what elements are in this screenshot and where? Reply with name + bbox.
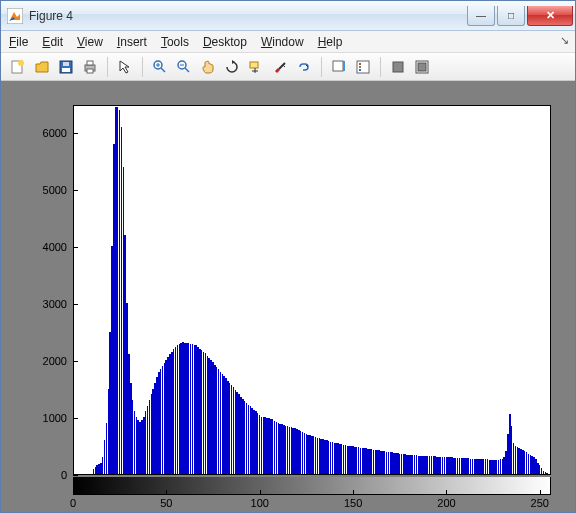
y-tick-mark (73, 304, 78, 305)
menu-bar: File Edit View Insert Tools Desktop Wind… (1, 31, 575, 53)
svg-rect-28 (418, 63, 426, 71)
close-button[interactable]: ✕ (527, 6, 573, 26)
menu-tools[interactable]: Tools (161, 35, 189, 49)
brush-icon (272, 59, 288, 75)
svg-line-10 (161, 68, 165, 72)
show-tools-icon (414, 59, 430, 75)
legend-icon (355, 59, 371, 75)
figure-canvas[interactable]: 0100020003000400050006000050100150200250 (1, 81, 575, 512)
svg-rect-4 (62, 68, 70, 72)
svg-rect-22 (357, 61, 369, 73)
x-tick-label: 250 (531, 497, 549, 509)
show-plot-tools-button[interactable] (411, 56, 433, 78)
pan-icon (200, 59, 216, 75)
x-tick-mark (353, 490, 354, 495)
histogram-bar (546, 473, 547, 474)
toolbar-separator (380, 57, 381, 77)
y-tick-label: 6000 (11, 127, 73, 139)
matlab-icon (7, 8, 23, 24)
svg-rect-16 (250, 62, 258, 68)
figure-panel: 0100020003000400050006000050100150200250 (11, 91, 565, 502)
pan-button[interactable] (197, 56, 219, 78)
y-tick-label: 5000 (11, 184, 73, 196)
zoom-in-icon (152, 59, 168, 75)
x-tick-mark (166, 490, 167, 495)
minimize-button[interactable]: — (467, 6, 495, 26)
colorbar-icon (331, 59, 347, 75)
minimize-icon: — (476, 10, 486, 21)
link-icon (296, 59, 312, 75)
rotate-button[interactable] (221, 56, 243, 78)
x-tick-mark (446, 490, 447, 495)
window-title: Figure 4 (29, 9, 465, 23)
menu-desktop[interactable]: Desktop (203, 35, 247, 49)
edit-plot-button[interactable] (114, 56, 136, 78)
open-icon (34, 59, 50, 75)
histogram-bars (74, 106, 550, 474)
svg-rect-8 (87, 69, 93, 73)
svg-rect-26 (393, 62, 403, 72)
menu-file[interactable]: File (9, 35, 28, 49)
zoom-out-icon (176, 59, 192, 75)
arrow-icon (117, 59, 133, 75)
svg-rect-20 (333, 61, 343, 71)
insert-colorbar-button[interactable] (328, 56, 350, 78)
svg-rect-5 (63, 62, 69, 66)
hide-tools-icon (390, 59, 406, 75)
y-tick-label: 3000 (11, 298, 73, 310)
svg-line-14 (185, 68, 189, 72)
window-controls: — □ ✕ (465, 6, 573, 26)
y-tick-label: 0 (11, 469, 73, 481)
print-button[interactable] (79, 56, 101, 78)
link-button[interactable] (293, 56, 315, 78)
menu-view[interactable]: View (77, 35, 103, 49)
menu-edit[interactable]: Edit (42, 35, 63, 49)
y-tick-label: 4000 (11, 241, 73, 253)
maximize-icon: □ (508, 10, 514, 21)
y-tick-label: 1000 (11, 412, 73, 424)
x-tick-label: 100 (251, 497, 269, 509)
figure-window: Figure 4 — □ ✕ File Edit View Insert Too… (0, 0, 576, 513)
y-tick-label: 2000 (11, 355, 73, 367)
menu-help[interactable]: Help (318, 35, 343, 49)
x-tick-label: 50 (160, 497, 172, 509)
x-tick-label: 0 (70, 497, 76, 509)
maximize-button[interactable]: □ (497, 6, 525, 26)
menu-window[interactable]: Window (261, 35, 304, 49)
hide-plot-tools-button[interactable] (387, 56, 409, 78)
menu-insert[interactable]: Insert (117, 35, 147, 49)
grayscale-colorbar (73, 477, 551, 495)
rotate-icon (224, 59, 240, 75)
print-icon (82, 59, 98, 75)
open-button[interactable] (31, 56, 53, 78)
y-tick-mark (73, 475, 78, 476)
histogram-axes[interactable] (73, 105, 551, 475)
data-cursor-button[interactable] (245, 56, 267, 78)
toolbar-separator (107, 57, 108, 77)
title-bar[interactable]: Figure 4 — □ ✕ (1, 1, 575, 31)
toolbar (1, 53, 575, 81)
data-cursor-icon (248, 59, 264, 75)
zoom-out-button[interactable] (173, 56, 195, 78)
y-tick-mark (73, 190, 78, 191)
zoom-in-button[interactable] (149, 56, 171, 78)
x-tick-mark (260, 490, 261, 495)
new-icon (10, 59, 26, 75)
toolbar-separator (321, 57, 322, 77)
dock-toggle-icon[interactable]: ↘ (560, 34, 569, 47)
x-tick-mark (540, 490, 541, 495)
brush-button[interactable] (269, 56, 291, 78)
new-figure-button[interactable] (7, 56, 29, 78)
x-tick-label: 150 (344, 497, 362, 509)
x-tick-mark (73, 490, 74, 495)
save-button[interactable] (55, 56, 77, 78)
svg-rect-21 (343, 61, 345, 71)
svg-point-2 (18, 60, 24, 66)
save-icon (58, 59, 74, 75)
x-tick-label: 200 (437, 497, 455, 509)
y-tick-mark (73, 247, 78, 248)
toolbar-separator (142, 57, 143, 77)
y-tick-mark (73, 418, 78, 419)
insert-legend-button[interactable] (352, 56, 374, 78)
y-tick-mark (73, 361, 78, 362)
